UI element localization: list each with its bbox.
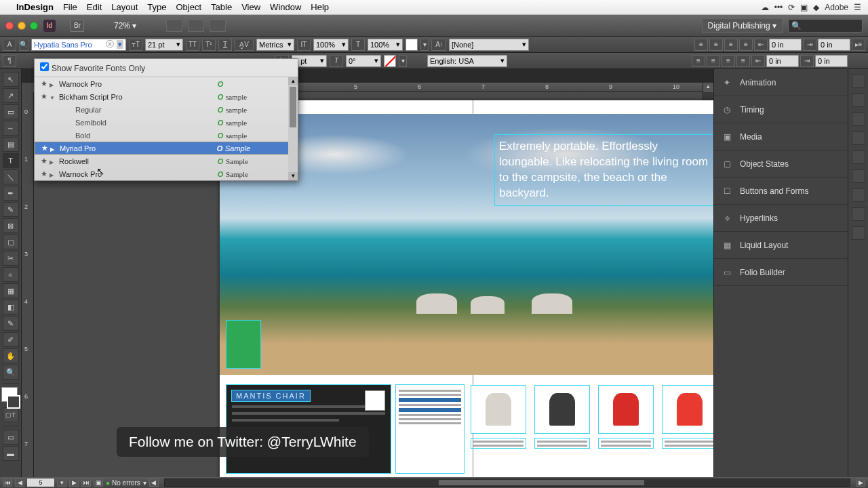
pen-tool[interactable]: ✒ xyxy=(3,186,19,201)
dock-icon-3[interactable] xyxy=(852,113,865,126)
product-label[interactable]: MANTIS CHAIR xyxy=(232,390,310,401)
paragraph-mode-icon[interactable]: ¶ xyxy=(3,55,16,67)
font-option-rockwell[interactable]: ★RockwellOSample xyxy=(35,155,298,167)
preview-view-icon[interactable]: ▬ xyxy=(3,446,19,461)
placed-object[interactable] xyxy=(226,321,260,368)
menu-layout[interactable]: Layout xyxy=(111,2,138,12)
direct-selection-tool[interactable]: ↗ xyxy=(3,88,19,103)
skew-field[interactable]: 0°▾ xyxy=(346,55,381,67)
page-tool[interactable]: ▭ xyxy=(3,104,19,119)
character-mode-icon[interactable]: A xyxy=(3,39,16,51)
dock-icon-2[interactable] xyxy=(852,94,865,107)
font-option-semibold[interactable]: SemiboldOsample xyxy=(35,116,298,129)
last-page-button[interactable]: ⏭ xyxy=(81,479,91,487)
clear-font-icon[interactable]: ⓧ xyxy=(104,39,115,50)
content-collector-tool[interactable]: ▤ xyxy=(3,137,19,152)
status-dots-icon[interactable]: ••• xyxy=(774,3,783,12)
fill-swatch[interactable] xyxy=(406,39,418,51)
selection-tool[interactable]: ↖ xyxy=(3,72,19,87)
menu-window[interactable]: Window xyxy=(270,2,301,12)
language-field[interactable]: English: USA▾ xyxy=(427,55,507,67)
first-page-button[interactable]: ⏮ xyxy=(3,479,12,487)
bridge-button[interactable]: Br xyxy=(71,20,84,32)
scroll-left-button[interactable]: ◀ xyxy=(149,479,159,487)
free-transform-tool[interactable]: ⟐ xyxy=(3,267,19,282)
horizontal-scrollbar[interactable] xyxy=(164,479,850,487)
dock-icon-6[interactable] xyxy=(852,169,865,183)
menu-file[interactable]: File xyxy=(63,2,77,12)
view-options-icon[interactable] xyxy=(166,20,182,32)
app-name[interactable]: InDesign xyxy=(16,2,54,12)
zoom-level[interactable]: 72% ▾ xyxy=(108,21,142,30)
panel-media[interactable]: ▣Media xyxy=(714,123,848,150)
eyedropper-tool[interactable]: ✐ xyxy=(3,332,19,347)
font-option-warnock-pro[interactable]: ★Warnock ProOSample xyxy=(35,167,298,180)
page-menu-button[interactable]: ▾ xyxy=(57,479,66,487)
font-option-bickham-script-pro[interactable]: ★Bickham Script ProOsample xyxy=(35,90,298,103)
hand-tool[interactable]: ✋ xyxy=(3,348,19,363)
fill-dropdown-icon[interactable]: ▾ xyxy=(420,39,429,51)
status-notification-icon[interactable]: ▣ xyxy=(800,3,808,12)
status-cloud-icon[interactable]: ☁ xyxy=(761,3,769,12)
justify-icon[interactable]: ≡ xyxy=(739,39,753,51)
underline-icon[interactable]: T xyxy=(218,39,232,51)
paragraph-style-field[interactable]: [None]▾ xyxy=(449,39,529,51)
font-option-regular[interactable]: RegularOsample xyxy=(35,103,298,116)
dock-icon-5[interactable] xyxy=(852,150,865,164)
dock-icon-1[interactable] xyxy=(852,75,865,88)
justify-all-right-icon[interactable]: ≡ xyxy=(722,55,735,67)
menu-help[interactable]: Help xyxy=(311,2,329,12)
stroke-swatch[interactable] xyxy=(384,55,396,67)
scroll-right-button[interactable]: ▶ xyxy=(856,479,865,487)
panel-liquid-layout[interactable]: ▦Liquid Layout xyxy=(714,232,848,259)
dock-icon-8[interactable] xyxy=(852,207,865,221)
note-tool[interactable]: ✎ xyxy=(3,316,19,331)
window-controls[interactable] xyxy=(5,22,38,30)
show-favorites-checkbox[interactable] xyxy=(40,62,49,71)
status-adobe-label[interactable]: Adobe xyxy=(825,3,848,12)
panel-folio-builder[interactable]: ▭Folio Builder xyxy=(714,259,848,286)
status-adobe-logo[interactable]: ◆ xyxy=(813,3,819,12)
pencil-tool[interactable]: ✎ xyxy=(3,202,19,217)
next-page-button[interactable]: ▶ xyxy=(69,479,79,487)
ruler-vertical[interactable]: 0 1 2 3 4 5 6 7 xyxy=(22,92,34,477)
page-number-field[interactable]: 5 xyxy=(27,479,54,487)
align-left-icon[interactable]: ≡ xyxy=(694,39,708,51)
workspace-switcher[interactable]: Digital Publishing ▾ xyxy=(702,18,783,33)
font-family-dropdown[interactable]: Show Favorite Fonts Only ★Warnock ProO★B… xyxy=(34,58,298,181)
justify-all-center-icon[interactable]: ≡ xyxy=(707,55,720,67)
prev-page-button[interactable]: ◀ xyxy=(15,479,24,487)
indent-right-field[interactable]: 0 in xyxy=(818,39,850,51)
justify-all-left-icon[interactable]: ≡ xyxy=(692,55,705,67)
stroke-color[interactable] xyxy=(7,395,20,409)
kerning-field[interactable]: Metrics▾ xyxy=(256,39,294,51)
last-line-indent-field[interactable]: 0 in xyxy=(815,55,848,67)
dock-icon-7[interactable] xyxy=(852,188,865,202)
screen-mode-icon[interactable] xyxy=(188,20,204,32)
dock-icon-4[interactable] xyxy=(852,131,865,145)
panel-menu-icon[interactable]: ▸≡ xyxy=(852,39,865,51)
allcaps-icon[interactable]: TT xyxy=(186,39,199,51)
apply-color-icon[interactable]: ▢T xyxy=(3,407,19,422)
menu-type[interactable]: Type xyxy=(147,2,166,12)
product-thumb-1[interactable] xyxy=(471,385,526,473)
align-right-icon[interactable]: ≡ xyxy=(724,39,738,51)
type-tool[interactable]: T xyxy=(3,153,19,168)
preflight-menu-icon[interactable]: ▾ xyxy=(143,479,146,487)
product-thumb-4[interactable] xyxy=(662,385,713,473)
zoom-tool[interactable]: 🔍 xyxy=(3,365,19,380)
search-field[interactable]: 🔍 xyxy=(788,19,863,33)
rectangle-tool[interactable]: ▢ xyxy=(3,235,19,249)
spec-block[interactable] xyxy=(396,385,464,473)
status-sync-icon[interactable]: ⟳ xyxy=(788,3,795,12)
arrange-icon[interactable] xyxy=(210,20,226,32)
open-doc-icon[interactable]: ▣ xyxy=(94,479,103,487)
horizontal-scale-field[interactable]: 100%▾ xyxy=(368,39,403,51)
gradient-swatch-tool[interactable]: ▦ xyxy=(3,283,19,298)
stroke-dropdown-icon[interactable]: ▾ xyxy=(399,55,407,67)
font-option-bold[interactable]: BoldOsample xyxy=(35,129,298,142)
gap-tool[interactable]: ↔ xyxy=(3,121,19,136)
panel-buttons-and-forms[interactable]: ☐Buttons and Forms xyxy=(714,178,848,205)
normal-view-icon[interactable]: ▭ xyxy=(3,430,19,445)
preflight-status[interactable]: No errors xyxy=(106,479,140,487)
